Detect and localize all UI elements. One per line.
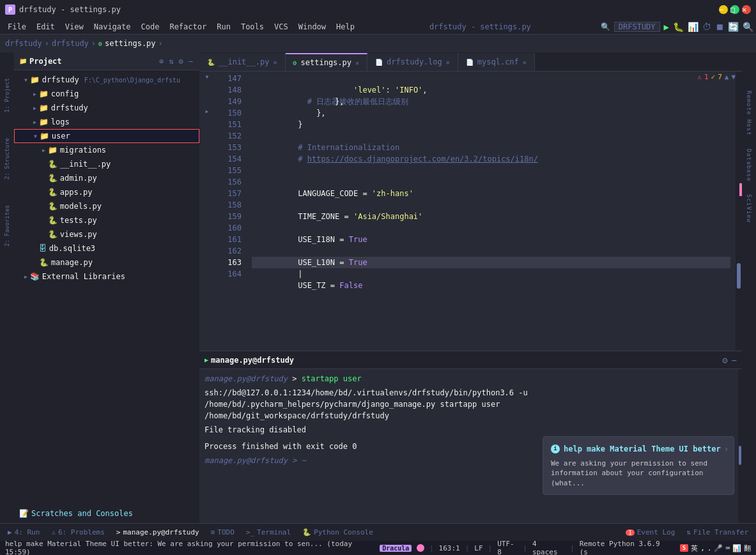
tab-init-py-close[interactable]: ✕ [273, 59, 277, 66]
warning-up-arrow[interactable]: ▲ [725, 73, 729, 81]
project-expand-icon[interactable]: ⇅ [167, 57, 174, 66]
debug-button[interactable]: 🐛 [673, 22, 684, 32]
project-minimize-icon[interactable]: − [187, 57, 194, 66]
terminal-run-icon: ▶ [204, 356, 208, 363]
profile-button[interactable]: ⏱ [702, 22, 711, 32]
search-everywhere-icon[interactable]: 🔍 [601, 22, 610, 31]
tree-root-drfstudy[interactable]: ▼ 📁 drfstudy F:\C_python\Django_drfstu [14, 73, 199, 87]
stop-button[interactable]: ⏹ [715, 22, 724, 32]
terminal-tracking-msg: File tracking disabled [204, 425, 306, 434]
breadcrumb-drfstudy[interactable]: drfstudy [5, 39, 42, 48]
title-bar: P drfstudy - settings.py − □ ✕ [0, 0, 756, 19]
tab-log-close[interactable]: ✕ [446, 59, 450, 66]
status-line-ending[interactable]: LF [474, 544, 482, 552]
linenum-152: 152 [220, 130, 242, 142]
tree-apps-py[interactable]: ▶ 🐍 apps.py [14, 185, 199, 199]
scratches-icon: 📝 [19, 509, 29, 518]
status-sep2: | [465, 544, 470, 552]
update-button[interactable]: 🔄 [728, 22, 739, 32]
left-label-structure[interactable]: 2: Structure [4, 138, 10, 179]
right-strip-database[interactable]: Database [746, 149, 752, 181]
tab-mysql-cnf[interactable]: 📄 mysql.cnf ✕ [458, 53, 535, 71]
tree-user[interactable]: ▼ 📁 user [14, 129, 199, 143]
linenum-164: 164 [220, 268, 242, 280]
terminal-settings-icon[interactable]: ⚙ [722, 355, 727, 365]
tree-admin-py[interactable]: ▶ 🐍 admin.py [14, 171, 199, 185]
bottom-tab-manage[interactable]: > manage.py@drfstudy [111, 524, 204, 541]
linenum-161: 161 [220, 234, 242, 245]
tree-models-py[interactable]: ▶ 🐍 models.py [14, 199, 199, 213]
menu-help[interactable]: Help [331, 19, 360, 34]
tab-settings-py[interactable]: ⚙ settings.py ✕ [286, 53, 368, 71]
bottom-tab-file-transfer[interactable]: ⇅ File Transfer [681, 524, 753, 541]
menu-view[interactable]: View [60, 19, 89, 34]
breadcrumb-drfstudy2[interactable]: drfstudy [52, 39, 89, 48]
right-strip-remote-host[interactable]: Remote Host [746, 91, 752, 136]
project-add-icon[interactable]: ⊕ [158, 57, 165, 66]
editor-area[interactable]: ⚠ 1 ✓ 7 ▲ ▼ ▼ ▶ [199, 72, 742, 351]
error-count: 1 [704, 73, 709, 81]
tree-init-py[interactable]: ▶ 🐍 __init__.py [14, 157, 199, 171]
status-python[interactable]: Remote Python 3.6.9 (s [580, 540, 670, 555]
close-button[interactable]: ✕ [742, 5, 751, 14]
notification-expand-icon[interactable]: › [724, 443, 729, 455]
terminal-scrollbar-thumb[interactable] [739, 446, 741, 465]
menu-tools[interactable]: Tools [236, 19, 269, 34]
menu-run[interactable]: Run [212, 19, 236, 34]
project-settings-icon[interactable]: ⚙ [178, 57, 185, 66]
bottom-tab-problems[interactable]: ⚠ 6: Problems [46, 524, 109, 541]
left-label-project[interactable]: 1: Project [4, 78, 10, 112]
terminal-scrollbar[interactable] [738, 369, 742, 523]
menu-code[interactable]: Code [136, 19, 165, 34]
status-theme[interactable]: Dracula [380, 545, 412, 552]
tab-settings-close[interactable]: ✕ [355, 59, 359, 66]
search-nav-icon[interactable]: 🔍 [743, 22, 753, 32]
scratches-and-consoles[interactable]: 📝 Scratches and Consoles [14, 504, 199, 523]
drfstudy-dropdown[interactable]: DRFSTUDY [614, 22, 660, 32]
menu-edit[interactable]: Edit [31, 19, 60, 34]
menu-window[interactable]: Window [293, 19, 331, 34]
tab-init-py[interactable]: 🐍 __init__.py ✕ [199, 53, 286, 71]
maximize-button[interactable]: □ [730, 5, 739, 14]
bottom-tab-todo[interactable]: ≡ TODO [206, 524, 240, 541]
menu-navigate[interactable]: Navigate [89, 19, 136, 34]
fold-marker-150[interactable]: ▶ [199, 106, 215, 118]
error-icon: ⚠ [697, 73, 702, 81]
bottom-tab-run[interactable]: ▶ 4: Run [3, 524, 45, 541]
tree-drfstudy[interactable]: ▶ 📁 drfstudy [14, 101, 199, 115]
code-editor[interactable]: 'level': 'INFO', # 日志器接收的最低日志级别 }, }, } … [247, 72, 736, 351]
status-cursor-pos[interactable]: 163:1 [439, 544, 460, 552]
tree-logs[interactable]: ▶ 📁 logs [14, 115, 199, 129]
right-strip-sciview[interactable]: SciView [746, 194, 752, 223]
tree-db-sqlite3[interactable]: ▶ 🗄 db.sqlite3 [14, 241, 199, 255]
terminal-content[interactable]: manage.py@drfstudy > startapp user ssh:/… [199, 369, 742, 523]
menu-refactor[interactable]: Refactor [164, 19, 212, 34]
breadcrumb-settings[interactable]: settings.py [105, 39, 155, 48]
tree-migrations[interactable]: ▶ 📁 migrations [14, 143, 199, 157]
minimize-button[interactable]: − [719, 5, 728, 14]
bottom-tab-event-log[interactable]: 1 Event Log [621, 524, 680, 541]
tab-drfstudy-log[interactable]: 📄 drfstudy.log ✕ [367, 53, 458, 71]
tree-tests-py[interactable]: ▶ 🐍 tests.py [14, 213, 199, 227]
tree-views-py[interactable]: ▶ 🐍 views.py [14, 227, 199, 241]
tree-config[interactable]: ▶ 📁 config [14, 87, 199, 101]
tree-external-libraries[interactable]: ▶ 📚 External Libraries [14, 270, 199, 284]
tab-cnf-close[interactable]: ✕ [523, 59, 527, 66]
run-button[interactable]: ▶ [664, 22, 669, 32]
menu-file[interactable]: File [3, 19, 31, 34]
editor-scrollbar[interactable] [736, 72, 742, 351]
bottom-tab-python-console[interactable]: 🐍 Python Console [297, 524, 378, 541]
left-label-favorites[interactable]: 2: Favorites [4, 205, 10, 247]
breadcrumb-sep2: › [91, 39, 96, 48]
window-title-center: drfstudy - settings.py [360, 22, 601, 31]
warning-down-arrow[interactable]: ▼ [731, 73, 736, 81]
status-encoding[interactable]: UTF-8 [497, 540, 518, 555]
bottom-tab-terminal[interactable]: >_ Terminal [241, 524, 296, 541]
fold-marker-147[interactable]: ▼ [199, 72, 215, 83]
coverage-button[interactable]: 📊 [688, 22, 698, 32]
menu-vcs[interactable]: VCS [269, 19, 293, 34]
terminal-close-icon[interactable]: − [732, 355, 737, 365]
status-indent[interactable]: 4 spaces [532, 540, 565, 555]
tree-manage-py[interactable]: ▶ 🐍 manage.py [14, 255, 199, 270]
tree-logs-arrow: ▶ [33, 119, 36, 125]
